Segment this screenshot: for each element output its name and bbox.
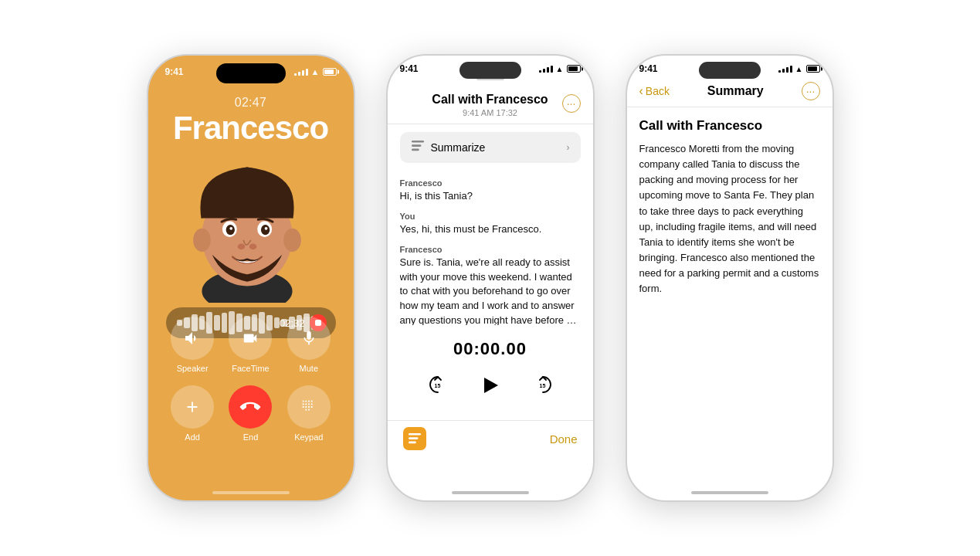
text-3: Sure is. Tania, we're all ready to assis… — [400, 256, 581, 325]
button-row-1: Speaker FaceTime Mute — [164, 317, 338, 373]
caller-name: Francesco — [148, 110, 354, 147]
home-indicator — [212, 491, 290, 494]
text-2: Yes, hi, this must be Francesco. — [400, 222, 581, 237]
summarize-icon — [411, 140, 425, 155]
keypad-label: Keypad — [294, 432, 323, 442]
status-icons: ▲ — [294, 67, 337, 76]
end-label: End — [243, 432, 259, 442]
time-display: 9:41 — [165, 66, 184, 77]
end-call-button[interactable]: End — [229, 385, 272, 442]
transcript-body: Francesco Hi, is this Tania? You Yes, hi… — [388, 171, 593, 325]
add-label: Add — [185, 432, 200, 442]
svg-rect-16 — [409, 433, 421, 436]
more-options-button[interactable]: ··· — [562, 94, 581, 113]
skip-fwd-label: 15 — [540, 383, 546, 388]
svg-rect-15 — [412, 149, 419, 151]
sender-2: You — [400, 212, 581, 221]
transcript-subtitle: 9:41 AM 17:32 — [400, 108, 581, 117]
svg-point-10 — [264, 227, 267, 230]
summary-body: Call with Francesco Francesco Moretti fr… — [627, 107, 832, 307]
back-chevron-icon: ‹ — [639, 84, 643, 98]
svg-point-11 — [237, 244, 244, 250]
status-icons-2: ▲ — [539, 65, 581, 73]
svg-rect-14 — [412, 144, 421, 147]
battery-icon-2 — [567, 65, 581, 73]
message-1: Francesco Hi, is this Tania? — [400, 178, 581, 204]
phone-summary: 9:41 ▲ ‹ Back Summary ··· Call with Fran… — [626, 54, 834, 502]
battery-icon — [323, 68, 337, 76]
summary-text: Francesco Moretti from the moving compan… — [639, 141, 820, 297]
transcript-footer: Done — [388, 420, 593, 458]
call-duration: 02:47 — [148, 96, 354, 110]
dynamic-island-3 — [699, 62, 761, 79]
text-1: Hi, is this Tania? — [400, 189, 581, 204]
back-button[interactable]: ‹ Back — [639, 84, 670, 98]
signal-icon-2 — [539, 65, 553, 73]
summary-nav: ‹ Back Summary ··· — [627, 77, 832, 107]
back-label: Back — [646, 85, 670, 97]
audio-player: 00:00.00 15 15 — [388, 333, 593, 409]
skip-fwd-button[interactable]: 15 — [529, 371, 557, 399]
button-row-2: Add End Keypad — [164, 385, 338, 442]
transcript-header-area: Call with Francesco 9:41 AM 17:32 ··· — [388, 85, 593, 124]
memoji-avatar — [181, 148, 320, 303]
summary-more-button[interactable]: ··· — [802, 82, 820, 100]
play-button[interactable] — [473, 368, 507, 402]
done-button[interactable]: Done — [550, 432, 578, 446]
svg-rect-13 — [412, 141, 424, 143]
transcript-title: Call with Francesco — [400, 93, 581, 107]
summarize-left: Summarize — [411, 140, 486, 155]
summary-nav-title: Summary — [707, 84, 764, 98]
sender-3: Francesco — [400, 245, 581, 254]
svg-rect-18 — [409, 442, 416, 444]
keypad-button[interactable]: Keypad — [287, 385, 331, 442]
message-2: You Yes, hi, this must be Francesco. — [400, 212, 581, 237]
add-button[interactable]: Add — [171, 385, 214, 442]
mute-label: Mute — [300, 364, 318, 373]
svg-point-4 — [283, 229, 301, 252]
speaker-label: Speaker — [177, 364, 209, 373]
audio-timestamp: 00:00.00 — [388, 339, 593, 359]
signal-icon — [294, 68, 308, 76]
svg-point-3 — [193, 229, 211, 252]
status-icons-3: ▲ — [778, 65, 820, 73]
signal-icon-3 — [778, 65, 792, 73]
svg-point-12 — [249, 244, 256, 250]
svg-point-7 — [226, 225, 234, 235]
summarize-chevron: › — [567, 142, 570, 153]
home-indicator-3 — [691, 491, 768, 494]
facetime-label: FaceTime — [232, 364, 270, 373]
facetime-button[interactable]: FaceTime — [229, 317, 272, 373]
battery-icon-3 — [806, 65, 820, 73]
sender-1: Francesco — [400, 178, 581, 188]
phone-transcript: 9:41 ▲ Call with Francesco 9:41 AM 17:32… — [386, 54, 595, 502]
play-icon — [484, 378, 498, 393]
svg-point-8 — [260, 225, 269, 235]
time-display-2: 9:41 — [400, 63, 419, 74]
dynamic-island-2 — [459, 62, 521, 79]
time-display-3: 9:41 — [639, 63, 658, 74]
transcript-icon — [403, 427, 426, 450]
summarize-button[interactable]: Summarize › — [400, 132, 581, 163]
mute-button[interactable]: Mute — [287, 317, 331, 373]
summary-call-title: Call with Francesco — [639, 118, 820, 134]
dynamic-island — [216, 63, 286, 83]
message-3: Francesco Sure is. Tania, we're all read… — [400, 245, 581, 325]
call-controls: Speaker FaceTime Mute Add — [148, 317, 354, 454]
svg-point-9 — [229, 227, 232, 230]
skip-back-button[interactable]: 15 — [424, 371, 452, 399]
player-controls: 15 15 — [388, 368, 593, 402]
skip-back-label: 15 — [435, 383, 441, 388]
svg-rect-17 — [409, 437, 418, 439]
summarize-label: Summarize — [431, 141, 486, 154]
phone-active-call: 9:41 ▲ 02:47 Francesco — [147, 54, 355, 502]
home-indicator-2 — [452, 491, 529, 494]
wifi-icon: ▲ — [311, 67, 320, 76]
speaker-button[interactable]: Speaker — [171, 317, 214, 373]
